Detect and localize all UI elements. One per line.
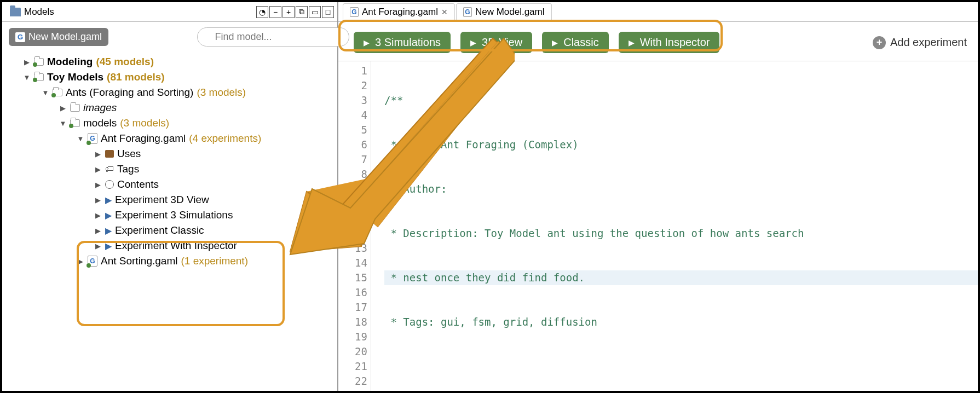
- tab-ant-foraging[interactable]: G Ant Foraging.gaml ✕: [343, 3, 455, 20]
- tree-item-ant-foraging[interactable]: ▼ G Ant Foraging.gaml (4 experiments): [7, 131, 333, 146]
- play-icon: ▶: [105, 210, 112, 221]
- tree-item-tags[interactable]: ▶ 🏷 Tags: [7, 161, 333, 177]
- run-3d-view-button[interactable]: ▶3D View: [460, 32, 532, 53]
- tree-item-models-folder[interactable]: ▼ models (3 models): [7, 115, 333, 131]
- chevron-down-icon[interactable]: ▼: [77, 135, 84, 143]
- panel-title: Models: [24, 7, 54, 18]
- tree-item-ants-group[interactable]: ▼ Ants (Foraging and Sorting) (3 models): [7, 85, 333, 100]
- toolbar-max-icon[interactable]: □: [322, 6, 334, 18]
- models-panel-header: Models ◔ − + ⧉ ▭ □: [2, 2, 337, 22]
- search-input[interactable]: [197, 27, 349, 47]
- close-icon[interactable]: ✕: [441, 8, 448, 16]
- play-icon: ▶: [629, 38, 635, 47]
- run-3-simulations-button[interactable]: ▶3 Simulations: [354, 32, 451, 53]
- tree-item-exp-3-simulations[interactable]: ▶ ▶ Experiment 3 Simulations: [7, 207, 333, 223]
- tree-item-images[interactable]: ▶ images: [7, 100, 333, 115]
- plus-icon: +: [873, 36, 886, 49]
- chevron-down-icon[interactable]: ▼: [23, 73, 31, 82]
- add-experiment-button[interactable]: + Add experiment: [873, 36, 967, 49]
- active-file-chip[interactable]: G New Model.gaml: [9, 28, 108, 46]
- run-classic-button[interactable]: ▶Classic: [542, 32, 608, 53]
- tab-new-model[interactable]: G New Model.gaml: [456, 3, 552, 20]
- gaml-file-icon: G: [88, 133, 97, 144]
- model-tree: ▶ Modeling (45 models) ▼ Toy Models (81 …: [2, 52, 337, 273]
- play-icon: ▶: [470, 38, 476, 47]
- models-tab[interactable]: Models: [2, 3, 62, 21]
- globe-icon: [105, 180, 114, 189]
- folder-icon: [34, 73, 44, 81]
- play-icon: ▶: [105, 226, 112, 236]
- chevron-right-icon[interactable]: ▶: [94, 181, 102, 189]
- chevron-right-icon[interactable]: ▶: [94, 165, 102, 174]
- tree-item-exp-with-inspector[interactable]: ▶ ▶ Experiment With Inspector: [7, 238, 333, 253]
- tree-item-ant-sorting[interactable]: ▶ G Ant Sorting.gaml (1 experiment): [7, 253, 333, 269]
- folder-icon: [10, 8, 21, 16]
- chevron-down-icon[interactable]: ▼: [42, 89, 49, 97]
- play-icon: ▶: [364, 38, 370, 47]
- folder-icon: [53, 89, 62, 96]
- tree-item-exp-3d-view[interactable]: ▶ ▶ Experiment 3D View: [7, 192, 333, 207]
- toolbar-collapse-icon[interactable]: ⧉: [296, 6, 308, 18]
- editor-tabs: G Ant Foraging.gaml ✕ G New Model.gaml: [338, 2, 978, 22]
- toolbar-minus-icon[interactable]: −: [269, 6, 281, 18]
- tree-item-uses[interactable]: ▶ Uses: [7, 146, 333, 161]
- tree-item-modeling[interactable]: ▶ Modeling (45 models): [7, 54, 333, 70]
- tree-item-contents[interactable]: ▶ Contents: [7, 177, 333, 192]
- run-with-inspector-button[interactable]: ▶With Inspector: [619, 32, 720, 53]
- file-chip-label: New Model.gaml: [28, 31, 102, 43]
- toolbar-plus-icon[interactable]: +: [283, 6, 295, 18]
- line-number-gutter: 1 2 3 4 5 6 7 8 9 10 11 12 13 14 15 16 1…: [338, 61, 371, 391]
- chevron-right-icon[interactable]: ▶: [77, 257, 84, 265]
- chevron-right-icon[interactable]: ▶: [94, 242, 102, 250]
- gaml-file-icon: G: [88, 256, 97, 267]
- chevron-right-icon[interactable]: ▶: [59, 104, 67, 112]
- chevron-right-icon[interactable]: ▶: [94, 227, 102, 235]
- chevron-right-icon[interactable]: ▶: [94, 150, 102, 158]
- tag-icon: 🏷: [105, 164, 114, 174]
- gaml-file-icon: G: [463, 7, 472, 17]
- chevron-right-icon[interactable]: ▶: [94, 211, 102, 219]
- gaml-file-icon: G: [350, 7, 359, 17]
- folder-icon: [70, 104, 80, 112]
- tree-item-exp-classic[interactable]: ▶ ▶ Experiment Classic: [7, 223, 333, 238]
- code-editor[interactable]: 1 2 3 4 5 6 7 8 9 10 11 12 13 14 15 16 1…: [338, 61, 978, 391]
- code-content[interactable]: /** * Name: Ant Foraging (Complex) * Aut…: [371, 61, 978, 391]
- toolbar-clock-icon[interactable]: ◔: [256, 6, 268, 18]
- play-icon: ▶: [105, 195, 112, 205]
- play-icon: ▶: [552, 38, 558, 47]
- chevron-down-icon[interactable]: ▼: [59, 119, 67, 128]
- play-icon: ▶: [105, 241, 112, 251]
- chevron-right-icon[interactable]: ▶: [23, 58, 31, 66]
- experiment-buttons-row: ▶3 Simulations ▶3D View ▶Classic ▶With I…: [338, 22, 978, 61]
- chevron-right-icon[interactable]: ▶: [94, 196, 102, 204]
- folder-icon: [70, 119, 80, 127]
- tree-item-toy-models[interactable]: ▼ Toy Models (81 models): [7, 70, 333, 85]
- folder-icon: [34, 58, 44, 66]
- toolbar-min-icon[interactable]: ▭: [309, 6, 321, 18]
- gaml-file-icon: G: [15, 32, 25, 42]
- briefcase-icon: [105, 150, 114, 158]
